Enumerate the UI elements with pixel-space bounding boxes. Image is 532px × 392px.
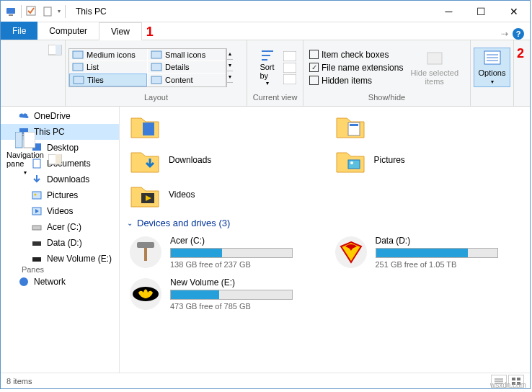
layout-option-small-icons[interactable]: Small icons xyxy=(148,49,226,61)
sort-by-button[interactable]: Sort by ▾ xyxy=(253,47,282,88)
pin-ribbon-icon[interactable]: ⇢ xyxy=(501,29,508,39)
svg-rect-21 xyxy=(283,74,296,84)
window-title: This PC xyxy=(70,6,433,17)
layout-icon xyxy=(151,76,162,84)
options-button[interactable]: Options ▾ xyxy=(474,48,511,87)
size-columns-button[interactable] xyxy=(283,74,296,84)
layout-option-content[interactable]: Content xyxy=(148,74,226,86)
item-check-label: Item check boxes xyxy=(322,50,389,60)
hide-selected-button[interactable]: Hide selected items xyxy=(406,48,463,87)
layout-icon xyxy=(151,63,162,71)
svg-rect-41 xyxy=(348,160,360,169)
file-tab[interactable]: File xyxy=(1,22,37,40)
tab-computer[interactable]: Computer xyxy=(37,22,99,40)
options-label: Options xyxy=(479,68,506,77)
svg-rect-5 xyxy=(24,132,35,148)
svg-rect-9 xyxy=(56,154,61,164)
layout-option-details[interactable]: Details xyxy=(148,61,226,73)
sort-icon xyxy=(259,48,276,63)
pc-icon xyxy=(5,6,17,17)
svg-rect-13 xyxy=(151,63,161,71)
folder-icon xyxy=(335,112,365,138)
item-checkboxes-toggle[interactable]: Item check boxes xyxy=(306,48,406,61)
layout-scroll-down[interactable]: ▾ xyxy=(227,60,233,71)
watermark: wsxdn.com xyxy=(490,381,526,389)
svg-rect-19 xyxy=(283,51,296,61)
drive-icon xyxy=(335,236,367,268)
layout-icon xyxy=(72,50,84,59)
options-icon xyxy=(482,50,502,67)
svg-rect-22 xyxy=(427,53,442,64)
hide-selected-label: Hide selected items xyxy=(410,68,458,86)
maximize-button[interactable]: ☐ xyxy=(465,1,497,22)
svg-point-42 xyxy=(350,161,353,164)
svg-rect-4 xyxy=(15,132,22,148)
tab-view[interactable]: View xyxy=(99,22,142,40)
layout-option-medium-icons[interactable]: Medium icons xyxy=(69,49,147,61)
layout-expand[interactable]: ▾ xyxy=(227,71,233,83)
svg-rect-7 xyxy=(56,45,61,55)
checkbox-icon[interactable] xyxy=(26,6,37,17)
nav-pane-label: Navigation pane xyxy=(6,151,44,168)
layout-group-label: Layout xyxy=(68,92,244,103)
folder-unknown[interactable] xyxy=(332,110,523,141)
svg-rect-10 xyxy=(73,51,83,58)
network-icon xyxy=(18,276,30,288)
layout-icon xyxy=(151,50,162,59)
drive-icon xyxy=(130,278,161,310)
qat-dropdown-icon[interactable]: ▾ xyxy=(58,8,61,14)
svg-rect-14 xyxy=(74,76,84,84)
help-icon[interactable]: ? xyxy=(513,28,524,40)
svg-rect-12 xyxy=(73,63,83,71)
svg-rect-11 xyxy=(151,51,161,58)
navigation-pane-button[interactable]: Navigation pane ▾ xyxy=(4,130,47,177)
properties-icon[interactable] xyxy=(42,6,53,17)
svg-rect-0 xyxy=(6,8,15,14)
hidden-items-toggle[interactable]: Hidden items xyxy=(306,74,406,87)
svg-rect-20 xyxy=(283,63,296,73)
callout-1: 1 xyxy=(142,24,158,40)
folder-pictures[interactable]: Pictures xyxy=(332,144,523,176)
status-text: 8 items xyxy=(6,377,32,386)
sidebar-item-network[interactable]: Network xyxy=(1,274,119,290)
layout-option-list[interactable]: List xyxy=(69,61,147,73)
svg-rect-51 xyxy=(517,378,520,380)
show-hide-group-label: Show/hide xyxy=(306,92,467,103)
svg-rect-50 xyxy=(512,378,515,380)
layout-option-tiles[interactable]: Tiles xyxy=(69,74,147,86)
callout-2: 2 xyxy=(513,46,528,61)
columns-button[interactable] xyxy=(283,63,296,73)
layout-scroll-up[interactable]: ▴ xyxy=(227,48,233,60)
layout-icon xyxy=(73,76,84,84)
separator xyxy=(21,5,22,18)
navigation-pane-icon xyxy=(15,132,35,149)
hidden-label: Hidden items xyxy=(322,76,372,86)
svg-rect-40 xyxy=(350,124,358,126)
drive-data-d-[interactable]: Data (D:) 251 GB free of 1.05 TB xyxy=(332,233,523,272)
minimize-button[interactable]: ─ xyxy=(433,1,465,22)
hide-selected-icon xyxy=(425,50,445,67)
svg-rect-3 xyxy=(44,7,51,16)
layout-icon xyxy=(72,63,84,71)
folder-icon xyxy=(335,147,365,173)
file-extensions-toggle[interactable]: ✓File name extensions xyxy=(306,61,406,74)
svg-point-37 xyxy=(19,277,28,286)
panes-group-label: Panes xyxy=(4,264,62,275)
svg-rect-1 xyxy=(9,14,13,16)
group-by-button[interactable] xyxy=(283,51,296,61)
separator xyxy=(65,5,66,18)
details-pane-button[interactable] xyxy=(48,154,265,262)
current-view-group-label: Current view xyxy=(250,92,300,103)
file-ext-label: File name extensions xyxy=(322,63,403,73)
svg-rect-15 xyxy=(151,76,161,84)
close-button[interactable]: ✕ xyxy=(497,1,530,22)
sort-by-label: Sort by xyxy=(260,63,274,80)
drive-new-volume-e-[interactable]: New Volume (E:) 473 GB free of 785 GB xyxy=(127,275,318,313)
